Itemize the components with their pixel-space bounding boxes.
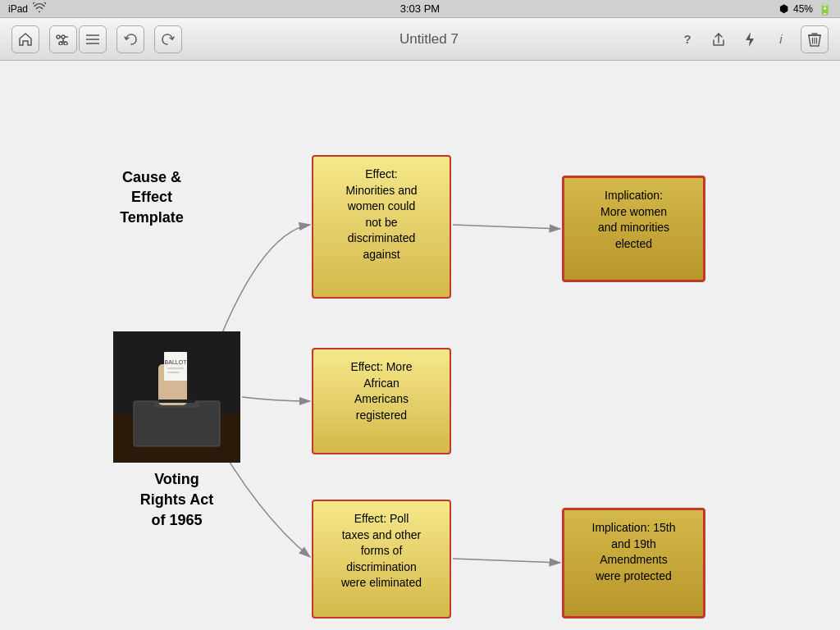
- implication-text-2: Implication: 15thand 19thAmendmentswere …: [592, 521, 676, 582]
- toolbar: Untitled 7 ? i: [0, 18, 840, 61]
- ipad-label: iPad: [8, 3, 28, 15]
- implication-text-1: Implication:More womenand minoritieselec…: [598, 189, 669, 250]
- svg-rect-24: [158, 399, 195, 403]
- implication-box-1[interactable]: Implication:More womenand minoritieselec…: [562, 176, 705, 282]
- document-title: Untitled 7: [192, 31, 666, 48]
- status-right: ⬢ 45% 🔋: [766, 2, 832, 16]
- effect-text-3: Effect: Polltaxes and otherforms ofdiscr…: [341, 512, 422, 589]
- canvas: Cause &EffectTemplate BALLOT VotingRight…: [0, 61, 840, 630]
- voting-rights-text: VotingRights Actof 1965: [140, 471, 213, 528]
- redo-button[interactable]: [154, 25, 182, 53]
- voting-rights-label: VotingRights Actof 1965: [105, 469, 249, 532]
- cause-effect-label: Cause &EffectTemplate: [98, 167, 205, 227]
- svg-text:BALLOT: BALLOT: [165, 359, 188, 365]
- battery-label: 45%: [793, 3, 813, 15]
- list-button[interactable]: [79, 25, 107, 53]
- svg-rect-20: [164, 352, 187, 381]
- svg-point-0: [57, 35, 60, 39]
- toolbar-right: ? i: [676, 25, 829, 53]
- status-time: 3:03 PM: [400, 2, 440, 15]
- svg-rect-17: [134, 401, 220, 446]
- help-button[interactable]: ?: [676, 28, 699, 51]
- lightning-button[interactable]: [738, 28, 761, 51]
- ballot-image-container: BALLOT: [113, 331, 240, 463]
- flow-button[interactable]: [49, 25, 77, 53]
- cause-effect-text: Cause &EffectTemplate: [120, 169, 184, 226]
- battery-icon: 🔋: [818, 2, 832, 16]
- effect-box-2[interactable]: Effect: MoreAfricanAmericansregistered: [312, 348, 451, 454]
- undo-button[interactable]: [116, 25, 144, 53]
- bluetooth-icon: ⬢: [779, 2, 788, 15]
- info-button[interactable]: i: [769, 28, 792, 51]
- ballot-svg: BALLOT: [113, 331, 240, 463]
- trash-button[interactable]: [801, 25, 829, 53]
- svg-point-1: [62, 35, 65, 39]
- home-button[interactable]: [11, 25, 39, 53]
- effect-text-1: Effect:Minorities andwomen couldnot bedi…: [345, 167, 417, 261]
- wifi-icon: [33, 2, 46, 15]
- effect-text-2: Effect: MoreAfricanAmericansregistered: [350, 360, 412, 422]
- effect-box-1[interactable]: Effect:Minorities andwomen couldnot bedi…: [312, 155, 451, 299]
- effect-box-3[interactable]: Effect: Polltaxes and otherforms ofdiscr…: [312, 500, 451, 619]
- status-left: iPad: [8, 2, 74, 15]
- toolbar-group-flow: [49, 25, 107, 53]
- share-button[interactable]: [707, 28, 730, 51]
- status-bar: iPad 3:03 PM ⬢ 45% 🔋: [0, 0, 840, 18]
- implication-box-2[interactable]: Implication: 15thand 19thAmendmentswere …: [562, 508, 705, 619]
